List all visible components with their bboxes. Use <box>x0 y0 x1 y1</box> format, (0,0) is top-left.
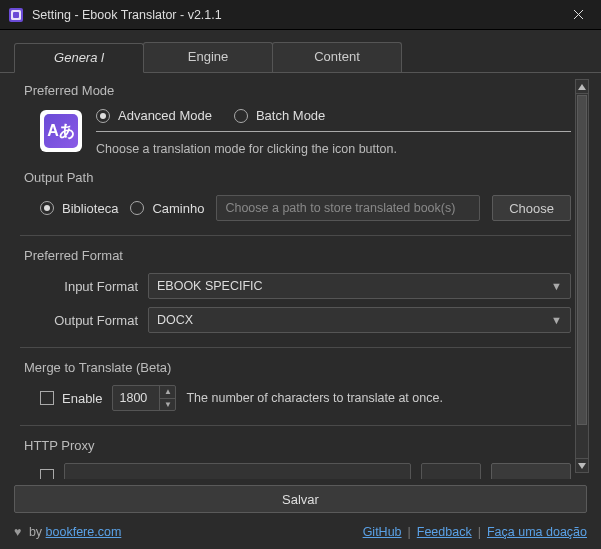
section-merge: Merge to Translate (Beta) Enable 1800 ▲ … <box>20 360 571 411</box>
output-format-select[interactable]: DOCX ▼ <box>148 307 571 333</box>
section-output-path: Output Path Biblioteca Caminho Choose a … <box>20 170 571 221</box>
section-title: Preferred Format <box>20 248 571 263</box>
output-path-input[interactable]: Choose a path to store translated book(s… <box>216 195 480 221</box>
radio-dot-icon <box>234 109 248 123</box>
mode-icon: Aあ <box>40 110 82 152</box>
proxy-test-button[interactable] <box>491 463 571 479</box>
radio-dot-icon <box>40 201 54 215</box>
button-label: Choose <box>509 201 554 216</box>
translate-icon: Aあ <box>44 114 78 148</box>
chevron-down-icon: ▼ <box>551 280 562 292</box>
radio-dot-icon <box>96 109 110 123</box>
enable-merge-checkbox[interactable]: Enable <box>40 391 102 406</box>
section-title: Merge to Translate (Beta) <box>20 360 571 375</box>
select-value: DOCX <box>157 313 193 327</box>
enable-proxy-checkbox[interactable] <box>40 469 54 479</box>
tab-engine[interactable]: Engine <box>143 42 273 72</box>
app-icon <box>8 7 24 23</box>
input-format-label: Input Format <box>40 279 138 294</box>
section-title: Preferred Mode <box>20 83 571 98</box>
spinner-arrows: ▲ ▼ <box>159 386 175 410</box>
section-preferred-format: Preferred Format Input Format EBOOK SPEC… <box>20 248 571 333</box>
author-link[interactable]: bookfere.com <box>46 525 122 539</box>
choose-button[interactable]: Choose <box>492 195 571 221</box>
footer: ♥ by bookfere.com GitHub | Feedback | Fa… <box>0 519 601 549</box>
divider <box>20 347 571 348</box>
select-value: EBOOK SPECIFIC <box>157 279 263 293</box>
section-proxy: HTTP Proxy <box>20 438 571 479</box>
radio-library[interactable]: Biblioteca <box>40 201 118 216</box>
footer-credit: ♥ by bookfere.com <box>14 525 121 539</box>
scroll-up-button[interactable] <box>576 80 588 94</box>
tab-label: Engine <box>188 49 228 64</box>
spinner-down[interactable]: ▼ <box>160 399 175 411</box>
radio-batch-mode[interactable]: Batch Mode <box>234 108 325 123</box>
radio-label: Caminho <box>152 201 204 216</box>
mode-description: Choose a translation mode for clicking t… <box>96 142 571 156</box>
window-title: Setting - Ebook Translator - v2.1.1 <box>32 8 555 22</box>
proxy-host-input[interactable] <box>64 463 411 479</box>
divider-text: | <box>408 525 411 539</box>
close-button[interactable] <box>555 0 601 30</box>
tab-bar: Genera l Engine Content <box>0 30 601 73</box>
section-preferred-mode: Preferred Mode Aあ Advanced Mode <box>20 83 571 156</box>
section-title: HTTP Proxy <box>20 438 571 453</box>
heart-icon: ♥ <box>14 525 21 539</box>
titlebar: Setting - Ebook Translator - v2.1.1 <box>0 0 601 30</box>
by-prefix: by <box>29 525 46 539</box>
radio-label: Batch Mode <box>256 108 325 123</box>
checkbox-label: Enable <box>62 391 102 406</box>
radio-label: Biblioteca <box>62 201 118 216</box>
output-format-label: Output Format <box>40 313 138 328</box>
input-format-select[interactable]: EBOOK SPECIFIC ▼ <box>148 273 571 299</box>
proxy-port-input[interactable] <box>421 463 481 479</box>
chevron-down-icon: ▼ <box>551 314 562 326</box>
tab-content[interactable]: Content <box>272 42 402 72</box>
merge-chars-spinner[interactable]: 1800 ▲ ▼ <box>112 385 176 411</box>
checkbox-box-icon <box>40 469 54 479</box>
github-link[interactable]: GitHub <box>363 525 402 539</box>
section-title: Output Path <box>20 170 571 185</box>
button-label: Salvar <box>282 492 319 507</box>
spinner-up[interactable]: ▲ <box>160 386 175 399</box>
save-row: Salvar <box>0 479 601 519</box>
settings-panel: Preferred Mode Aあ Advanced Mode <box>14 73 589 479</box>
spinner-value: 1800 <box>113 386 159 410</box>
tab-label: Genera l <box>54 50 104 65</box>
tab-general[interactable]: Genera l <box>14 43 144 73</box>
save-button[interactable]: Salvar <box>14 485 587 513</box>
scroll-thumb[interactable] <box>577 95 587 425</box>
donate-link[interactable]: Faça uma doação <box>487 525 587 539</box>
footer-links: GitHub | Feedback | Faça uma doação <box>363 525 587 539</box>
scroll-down-button[interactable] <box>576 458 588 472</box>
window-body: Genera l Engine Content Preferred Mode A… <box>0 30 601 549</box>
vertical-scrollbar[interactable] <box>575 79 589 473</box>
placeholder-text: Choose a path to store translated book(s… <box>225 201 455 215</box>
settings-scroll: Preferred Mode Aあ Advanced Mode <box>14 73 575 479</box>
divider <box>20 235 571 236</box>
tab-label: Content <box>314 49 360 64</box>
merge-hint: The number of characters to translate at… <box>186 391 442 405</box>
checkbox-box-icon <box>40 391 54 405</box>
radio-dot-icon <box>130 201 144 215</box>
divider <box>20 425 571 426</box>
divider-text: | <box>478 525 481 539</box>
radio-label: Advanced Mode <box>118 108 212 123</box>
radio-path[interactable]: Caminho <box>130 201 204 216</box>
svg-rect-2 <box>13 12 19 18</box>
radio-advanced-mode[interactable]: Advanced Mode <box>96 108 212 123</box>
feedback-link[interactable]: Feedback <box>417 525 472 539</box>
